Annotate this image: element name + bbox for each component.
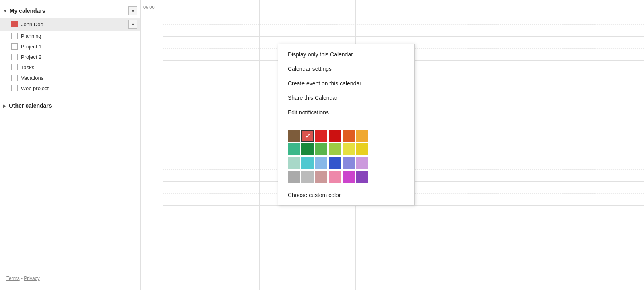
custom-color-link[interactable]: Choose custom color — [278, 188, 414, 201]
menu-item-edit-notifications[interactable]: Edit notifications — [278, 105, 414, 120]
my-calendars-dropdown-arrow[interactable]: ▾ — [128, 6, 137, 15]
tasks-checkbox[interactable] — [11, 64, 18, 70]
color-row-2 — [288, 143, 405, 155]
planning-checkbox[interactable] — [11, 33, 18, 39]
color-orange[interactable] — [356, 130, 368, 142]
grid-line-22 — [163, 278, 644, 278]
calendar-item-project2[interactable]: Project 2 — [0, 52, 140, 62]
grid-line-19 — [163, 242, 644, 242]
project2-checkbox[interactable] — [11, 54, 18, 60]
other-calendars-label: Other calendars — [9, 102, 137, 109]
my-calendars-label: My calendars — [10, 8, 128, 14]
color-blue[interactable] — [329, 157, 341, 169]
calendar-item-web-project[interactable]: Web project — [0, 83, 140, 93]
color-lime[interactable] — [329, 143, 341, 155]
planning-label: Planning — [21, 33, 137, 39]
menu-item-calendar-settings[interactable]: Calendar settings — [278, 62, 414, 76]
color-taupe[interactable] — [288, 130, 300, 142]
color-dusty-rose[interactable] — [315, 171, 327, 183]
my-calendars-header[interactable]: ▼ My calendars ▾ — [0, 4, 140, 18]
color-row-1 — [288, 130, 405, 142]
color-green[interactable] — [315, 143, 327, 155]
color-dark-green[interactable] — [301, 143, 314, 155]
calendar-item-planning[interactable]: Planning — [0, 31, 140, 41]
web-project-checkbox[interactable] — [11, 85, 18, 91]
footer-links: Terms - Privacy — [0, 271, 140, 286]
terms-link[interactable]: Terms — [6, 276, 20, 281]
color-teal[interactable] — [288, 143, 300, 155]
web-project-label: Web project — [21, 85, 137, 91]
color-magenta[interactable] — [343, 171, 355, 183]
color-red[interactable] — [315, 130, 327, 142]
vacations-checkbox[interactable] — [11, 75, 18, 81]
context-menu: Display only this Calendar Calendar sett… — [278, 44, 415, 205]
color-row-3 — [288, 157, 405, 169]
calendar-item-john-doe[interactable]: John Doe ▾ — [0, 18, 140, 31]
color-palette — [278, 125, 414, 188]
vacations-label: Vacations — [21, 75, 137, 81]
other-calendars-expand-icon: ▶ — [3, 104, 6, 108]
grid-line-20 — [163, 254, 644, 254]
calendar-item-project1[interactable]: Project 1 — [0, 41, 140, 52]
john-doe-label: John Doe — [21, 21, 128, 27]
grid-line-21 — [163, 266, 644, 266]
color-crimson[interactable] — [329, 130, 341, 142]
menu-item-display-only[interactable]: Display only this Calendar — [278, 47, 414, 62]
color-row-4 — [288, 171, 405, 183]
color-tomato-selected[interactable] — [301, 130, 314, 142]
color-lavender[interactable] — [356, 157, 368, 169]
project1-checkbox[interactable] — [11, 43, 18, 50]
other-calendars-header[interactable]: ▶ Other calendars — [0, 100, 140, 111]
col-divider-1 — [259, 0, 260, 290]
project1-label: Project 1 — [21, 44, 137, 50]
grid-line-16 — [163, 205, 644, 206]
tasks-label: Tasks — [21, 64, 137, 70]
my-calendars-arrow-icon: ▾ — [132, 9, 134, 13]
john-doe-color-swatch — [11, 21, 18, 27]
privacy-link[interactable]: Privacy — [24, 276, 39, 281]
col-divider-4 — [548, 0, 548, 290]
color-yellow-green[interactable] — [343, 143, 355, 155]
grid-line-17 — [163, 218, 644, 218]
grid-line-2 — [163, 36, 644, 37]
main-calendar-area: 06:00 Display only this Calendar — [141, 0, 644, 290]
menu-item-create-event[interactable]: Create event on this calendar — [278, 76, 414, 91]
color-cyan[interactable] — [301, 157, 314, 169]
color-section-divider — [278, 122, 414, 122]
calendar-item-vacations[interactable]: Vacations — [0, 72, 140, 83]
color-gray[interactable] — [288, 171, 300, 183]
grid-line-1 — [163, 24, 644, 25]
menu-item-share-calendar[interactable]: Share this Calendar — [278, 91, 414, 105]
color-light-gray[interactable] — [301, 171, 314, 183]
grid-line-0 — [163, 12, 644, 12]
my-calendars-expand-icon: ▼ — [3, 9, 7, 13]
john-doe-arrow-icon: ▾ — [132, 22, 134, 27]
color-medium-blue[interactable] — [343, 157, 355, 169]
color-yellow[interactable] — [356, 143, 368, 155]
sidebar: ▼ My calendars ▾ John Doe ▾ Planning Pro… — [0, 0, 141, 290]
color-mint[interactable] — [288, 157, 300, 169]
col-divider-3 — [452, 0, 452, 290]
calendar-item-tasks[interactable]: Tasks — [0, 62, 140, 72]
john-doe-dropdown-arrow[interactable]: ▾ — [128, 20, 137, 29]
grid-line-18 — [163, 230, 644, 230]
color-sky-blue[interactable] — [315, 157, 327, 169]
time-label-0600: 06:00 — [141, 4, 157, 10]
project2-label: Project 2 — [21, 54, 137, 60]
color-pink[interactable] — [329, 171, 341, 183]
color-orange-red[interactable] — [343, 130, 355, 142]
color-purple[interactable] — [356, 171, 368, 183]
